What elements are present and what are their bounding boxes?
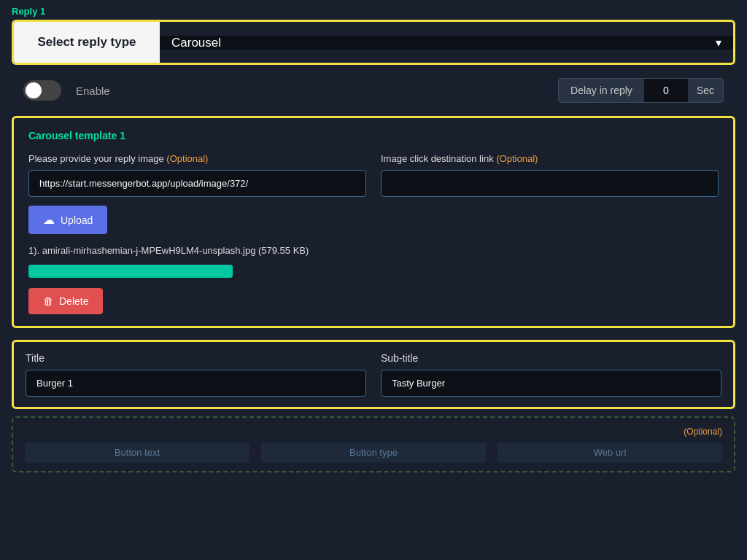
carousel-template-title: Carousel template 1 <box>28 130 719 141</box>
delay-unit-label: Sec <box>688 79 723 102</box>
upload-button[interactable]: ☁ Upload <box>28 206 107 234</box>
subtitle-col-label: Sub-title <box>381 352 721 364</box>
title-col-label: Title <box>26 352 366 364</box>
file-name-display: 1). amirali-mirhashemian-j-MPEwH9LM4-uns… <box>28 244 719 257</box>
btn-text-col-label: Button text <box>25 443 249 462</box>
upload-button-label: Upload <box>61 214 93 226</box>
image-link-col: Image click destination link (Optional) <box>381 153 719 197</box>
progress-bar-container <box>28 265 233 278</box>
btn-type-col-label: Button type <box>261 443 486 462</box>
buttons-optional-label: (Optional) <box>25 427 722 437</box>
image-link-input[interactable] <box>381 170 719 197</box>
image-optional-text: (Optional) <box>166 153 208 164</box>
buttons-section: (Optional) Button text Button type Web u… <box>12 416 735 472</box>
delay-label: Delay in reply <box>559 79 644 102</box>
progress-bar-fill <box>28 265 233 278</box>
image-url-label: Please provide your reply image (Optiona… <box>28 153 366 164</box>
image-link-optional-text: (Optional) <box>496 153 538 164</box>
image-fields-row: Please provide your reply image (Optiona… <box>28 153 719 197</box>
reply-label: Reply 1 <box>12 6 735 17</box>
enable-delay-row: Enable Delay in reply Sec <box>12 72 735 109</box>
image-url-col: Please provide your reply image (Optiona… <box>28 153 366 197</box>
upload-icon: ☁ <box>43 213 55 227</box>
enable-label: Enable <box>76 85 110 97</box>
enable-toggle[interactable] <box>23 80 61 101</box>
title-subtitle-inputs <box>26 370 721 397</box>
delete-button-label: Delete <box>59 295 88 307</box>
title-subtitle-section: Title Sub-title <box>12 340 735 409</box>
delay-section: Delay in reply Sec <box>558 78 724 103</box>
reply-type-select[interactable]: Carousel Text Image Quick Reply Button T… <box>160 36 733 50</box>
image-label-text: Please provide your reply image <box>28 153 164 164</box>
carousel-template-box: Carousel template 1 Please provide your … <box>12 116 735 328</box>
dropdown-wrapper: Carousel Text Image Quick Reply Button T… <box>160 22 733 63</box>
toggle-slider <box>23 80 61 101</box>
subtitle-input[interactable] <box>381 370 721 397</box>
title-input[interactable] <box>26 370 366 397</box>
image-url-input[interactable] <box>28 170 366 197</box>
title-subtitle-labels: Title Sub-title <box>26 352 721 364</box>
trash-icon: 🗑 <box>43 295 53 307</box>
delete-button[interactable]: 🗑 Delete <box>28 288 103 314</box>
page-container: Reply 1 Select reply type Carousel Text … <box>0 0 747 484</box>
select-reply-type-button[interactable]: Select reply type <box>14 22 160 63</box>
image-link-label-text: Image click destination link <box>381 153 494 164</box>
delay-input[interactable] <box>644 79 688 102</box>
button-row-labels: Button text Button type Web url <box>25 443 722 462</box>
reply-type-section: Select reply type Carousel Text Image Qu… <box>12 20 735 65</box>
image-link-label: Image click destination link (Optional) <box>381 153 719 164</box>
btn-url-col-label: Web url <box>498 443 722 462</box>
